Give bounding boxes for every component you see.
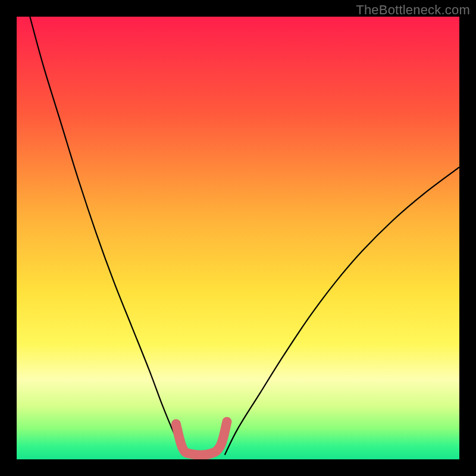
plot-area	[17, 17, 459, 459]
bottleneck-curve-chart	[17, 17, 459, 459]
chart-frame: TheBottleneck.com	[0, 0, 476, 476]
gradient-background	[17, 17, 459, 459]
watermark-text: TheBottleneck.com	[356, 2, 470, 18]
